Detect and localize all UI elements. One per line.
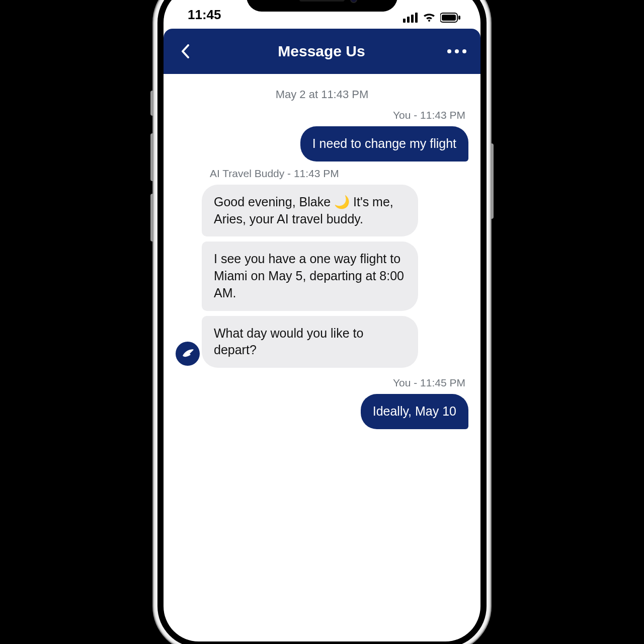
battery-icon	[440, 13, 460, 23]
chat-header: Message Us	[164, 29, 480, 74]
more-button[interactable]	[447, 49, 466, 53]
dot-icon	[462, 49, 466, 53]
dot-icon	[447, 49, 451, 53]
header-title: Message Us	[278, 43, 365, 60]
message-meta: AI Travel Buddy - 11:43 PM	[176, 168, 468, 180]
front-camera	[350, 0, 357, 3]
power-button	[491, 143, 494, 219]
user-message-bubble[interactable]: Ideally, May 10	[361, 394, 468, 429]
message-row: Ideally, May 10	[176, 394, 468, 429]
screen: 11:45 Message Us	[164, 0, 480, 641]
notch	[247, 0, 397, 12]
message-meta: You - 11:45 PM	[176, 377, 468, 389]
moon-icon: 🌙	[334, 195, 350, 209]
svg-rect-3	[415, 13, 418, 23]
bot-text: Good evening, Blake	[214, 195, 334, 209]
dot-icon	[455, 49, 459, 53]
svg-rect-6	[458, 16, 460, 20]
speaker-grille	[299, 0, 345, 2]
user-message-bubble[interactable]: I need to change my flight	[300, 126, 468, 162]
volume-down-button	[150, 194, 153, 242]
wifi-icon	[422, 13, 436, 23]
volume-up-button	[150, 133, 153, 181]
svg-rect-1	[407, 17, 410, 23]
message-meta: You - 11:43 PM	[176, 109, 468, 121]
wing-icon	[181, 347, 195, 361]
svg-rect-5	[442, 15, 456, 21]
bot-message-bubble[interactable]: What day would you like to depart?	[202, 316, 418, 368]
back-button[interactable]	[176, 41, 196, 61]
chevron-left-icon	[181, 44, 191, 58]
bot-message-bubble[interactable]: I see you have a one way flight to Miami…	[202, 242, 418, 310]
bot-avatar[interactable]	[176, 342, 200, 366]
bot-message-group: Good evening, Blake 🌙 It's me, Aries, yo…	[176, 185, 468, 368]
message-row: I need to change my flight	[176, 126, 468, 162]
status-time: 11:45	[188, 7, 221, 23]
date-separator: May 2 at 11:43 PM	[176, 88, 468, 101]
phone-frame: 11:45 Message Us	[153, 0, 491, 644]
bot-message-bubble[interactable]: Good evening, Blake 🌙 It's me, Aries, yo…	[202, 185, 418, 237]
chat-body[interactable]: May 2 at 11:43 PM You - 11:43 PM I need …	[164, 74, 480, 429]
silence-switch	[150, 91, 153, 116]
svg-rect-2	[411, 15, 414, 23]
cellular-icon	[403, 13, 418, 23]
svg-rect-0	[403, 19, 406, 23]
